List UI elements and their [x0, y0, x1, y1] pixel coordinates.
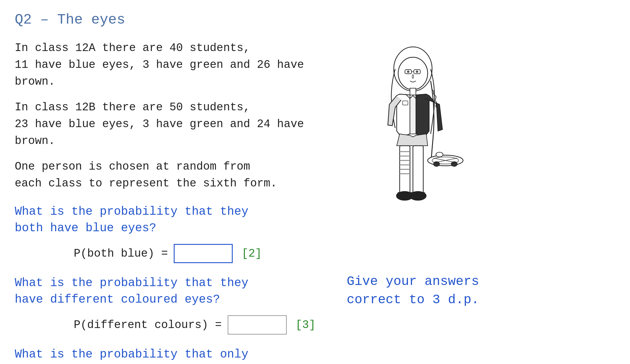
q2-line2: have different coloured eyes?	[15, 291, 339, 308]
intro-line1: In class 12A there are 40 students,	[15, 40, 339, 56]
hint-line1: Give your answers	[347, 273, 479, 291]
intro-line3: In class 12B there are 50 students,	[15, 99, 339, 116]
page-title: Q2 – The eyes	[15, 12, 615, 28]
svg-rect-8	[410, 95, 416, 134]
question3-text: What is the probability that only one of…	[15, 346, 339, 364]
character-illustration	[351, 45, 475, 267]
q1-line1: What is the probability that they	[15, 204, 339, 220]
right-content: Give your answers correct to 3 d.p.	[339, 40, 487, 364]
q2-line1: What is the probability that they	[15, 275, 339, 291]
hint-line2: correct to 3 d.p.	[347, 291, 479, 309]
hint-text: Give your answers correct to 3 d.p.	[347, 273, 479, 309]
q1-marks: [2]	[242, 247, 262, 260]
intro-line5: One person is chosen at random from	[15, 158, 339, 175]
svg-point-1	[398, 57, 428, 90]
q1-label: P(both blue) =	[74, 247, 168, 260]
intro-line2: 11 have blue eyes, 3 have green and 26 h…	[15, 56, 339, 90]
intro-block2: In class 12B there are 50 students, 23 h…	[15, 99, 339, 149]
intro-block3: One person is chosen at random from each…	[15, 158, 339, 192]
question1-answer-row: P(both blue) = [2]	[15, 244, 339, 263]
left-content: In class 12A there are 40 students, 11 h…	[15, 40, 339, 364]
svg-rect-18	[413, 146, 423, 193]
svg-rect-28	[411, 192, 425, 197]
intro-block: In class 12A there are 40 students, 11 h…	[15, 40, 339, 90]
q2-label: P(different colours) =	[74, 319, 222, 331]
svg-rect-7	[410, 88, 416, 96]
q2-marks: [3]	[296, 319, 316, 331]
q3-line1: What is the probability that only	[15, 346, 339, 363]
question1-text: What is the probability that they both h…	[15, 204, 339, 237]
q1-line2: both have blue eyes?	[15, 220, 339, 237]
q3-line2: one of them has brown eyes?	[15, 363, 339, 364]
question2-text: What is the probability that they have d…	[15, 275, 339, 308]
svg-point-5	[407, 70, 409, 73]
intro-line6: each class to represent the sixth form.	[15, 175, 339, 192]
q1-input[interactable]	[174, 244, 233, 263]
q2-input[interactable]	[228, 315, 287, 335]
svg-point-16	[436, 152, 443, 157]
intro-line4: 23 have blue eyes, 3 have green and 24 h…	[15, 116, 339, 149]
main-content: In class 12A there are 40 students, 11 h…	[15, 40, 615, 364]
question2-answer-row: P(different colours) = [3]	[15, 315, 339, 335]
svg-point-6	[416, 70, 418, 73]
